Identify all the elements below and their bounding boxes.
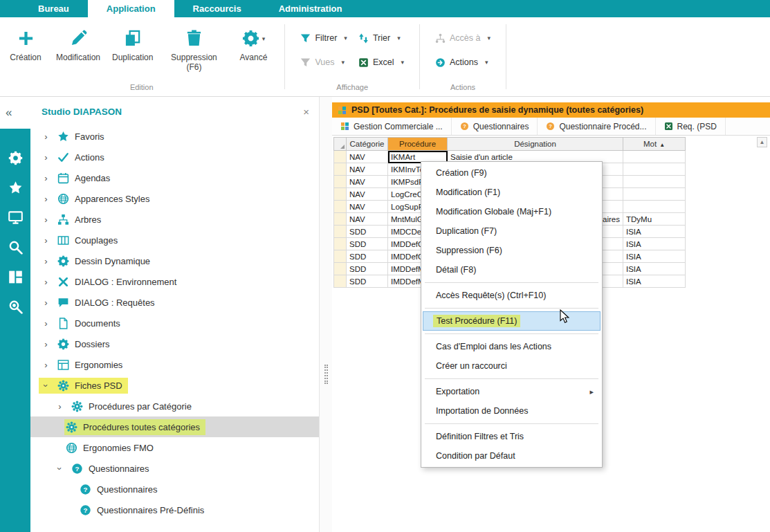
- tree-item-questionnaires-pre-definis[interactable]: Questionnaires Pré-Définis: [30, 499, 319, 520]
- chevron-right-icon[interactable]: ›: [40, 131, 52, 142]
- tree-item-fiches-psd[interactable]: ›Fiches PSD: [30, 375, 319, 396]
- button-vues[interactable]: Vues ▾: [297, 54, 349, 71]
- menu-item-creation-f9[interactable]: Création (F9): [423, 163, 601, 183]
- rail-advanced-search-button[interactable]: [6, 297, 25, 316]
- row-selector[interactable]: [334, 151, 347, 163]
- menu-item-importation-de-donnees[interactable]: Importation de Données: [423, 401, 601, 421]
- tree-item-arbres[interactable]: ›Arbres: [30, 209, 319, 230]
- splitter[interactable]: [320, 97, 332, 532]
- row-selector[interactable]: [334, 163, 347, 176]
- row-selector[interactable]: [334, 238, 347, 250]
- row-selector[interactable]: [334, 188, 347, 201]
- row-selector[interactable]: [334, 275, 347, 288]
- cell-mot[interactable]: [623, 188, 686, 201]
- menu-item-condition-par-defaut[interactable]: Condition par Défaut: [423, 446, 601, 466]
- row-selector[interactable]: [334, 263, 347, 275]
- cell-categorie[interactable]: NAV: [347, 201, 388, 213]
- button-trier[interactable]: Trier ▾: [356, 30, 407, 46]
- button-duplication[interactable]: Duplication: [112, 21, 153, 62]
- menu-item-modification-globale-maj-f1[interactable]: Modification Globale (Maj+F1): [423, 202, 601, 221]
- window-tab-req-psd[interactable]: Req. (PSD: [656, 118, 726, 135]
- cell-categorie[interactable]: NAV: [347, 188, 388, 201]
- cell-categorie[interactable]: NAV: [347, 163, 388, 176]
- cell-mot[interactable]: TDyMu: [623, 213, 686, 226]
- column-header-categorie[interactable]: Catégorie: [347, 138, 388, 151]
- rail-settings-button[interactable]: [6, 148, 25, 167]
- row-selector[interactable]: [334, 250, 347, 263]
- chevron-right-icon[interactable]: ›: [40, 339, 52, 349]
- tab-application[interactable]: Application: [88, 0, 174, 17]
- tree-item-ergonomies-fmo[interactable]: Ergonomies FMO: [30, 437, 319, 458]
- column-header-mot[interactable]: Mot▲: [623, 138, 686, 151]
- tree-item-questionnaires[interactable]: Questionnaires: [30, 479, 319, 499]
- cell-mot[interactable]: ISIA: [623, 250, 686, 263]
- button-actions[interactable]: Actions ▾: [432, 54, 493, 71]
- rail-workspace-button[interactable]: [6, 267, 25, 286]
- cell-categorie[interactable]: SDD: [347, 275, 388, 288]
- button-acces-a[interactable]: Accès à ▾: [432, 30, 493, 46]
- tree-item-favoris[interactable]: ›Favoris: [30, 126, 319, 147]
- chevron-right-icon[interactable]: ›: [40, 360, 52, 370]
- window-tab-questionnaire-proced[interactable]: Questionnaire Procéd...: [538, 118, 655, 135]
- chevron-right-icon[interactable]: ›: [40, 256, 52, 266]
- row-selector[interactable]: [334, 213, 347, 226]
- select-all-corner[interactable]: [334, 138, 347, 151]
- window-tab-gestion-commerciale[interactable]: Gestion Commerciale ...: [332, 118, 452, 135]
- button-modification[interactable]: Modification: [56, 21, 100, 62]
- chevron-right-icon[interactable]: ›: [54, 401, 66, 412]
- row-selector[interactable]: [334, 176, 347, 188]
- tree-item-actions[interactable]: ›Actions: [30, 147, 319, 167]
- chevron-down-icon[interactable]: ›: [55, 463, 65, 475]
- cell-categorie[interactable]: SDD: [347, 238, 388, 250]
- window-titlebar[interactable]: PSD [Toutes Cat.]: Procédures de saisie …: [332, 102, 770, 118]
- tree-item-dossiers[interactable]: ›Dossiers: [30, 333, 319, 354]
- tree-item-procedures-toutes-categories[interactable]: Procédures toutes catégories: [30, 416, 319, 437]
- tree-item-documents[interactable]: ›Documents: [30, 313, 319, 333]
- cell-mot[interactable]: ISIA: [623, 238, 686, 250]
- cell-categorie[interactable]: NAV: [347, 151, 388, 163]
- chevron-right-icon[interactable]: ›: [40, 235, 52, 246]
- menu-item-duplication-f7[interactable]: Duplication (F7): [423, 221, 601, 241]
- row-selector[interactable]: [334, 226, 347, 238]
- cell-mot[interactable]: ISIA: [623, 226, 686, 238]
- tree-item-ergonomies[interactable]: ›Ergonomies: [30, 354, 319, 375]
- chevron-right-icon[interactable]: ›: [40, 277, 52, 287]
- tree-item-couplages[interactable]: ›Couplages: [30, 230, 319, 250]
- tree-item-dessin-dynamique[interactable]: ›Dessin Dynamique: [30, 250, 319, 271]
- tree-item-agendas[interactable]: ›Agendas: [30, 167, 319, 188]
- cell-categorie[interactable]: SDD: [347, 263, 388, 275]
- column-header-procedure[interactable]: Procédure: [388, 138, 448, 151]
- cell-mot[interactable]: ISIA: [623, 263, 686, 275]
- cell-mot[interactable]: ISIA: [623, 275, 686, 288]
- button-creation[interactable]: Création: [7, 21, 44, 62]
- cell-mot[interactable]: [623, 151, 686, 163]
- tree-item-dialog-environnement[interactable]: ›DIALOG : Environnement: [30, 271, 319, 292]
- rail-favorites-button[interactable]: [6, 178, 25, 197]
- chevron-down-icon[interactable]: ›: [41, 380, 51, 392]
- tab-raccourcis[interactable]: Raccourcis: [174, 0, 260, 17]
- cell-mot[interactable]: [623, 201, 686, 213]
- close-icon[interactable]: ×: [300, 106, 312, 118]
- menu-item-detail-f8[interactable]: Détail (F8): [423, 260, 601, 279]
- button-suppression-f6[interactable]: Suppression (F6): [165, 21, 223, 72]
- tree-item-procedures-par-categorie[interactable]: ›Procédures par Catégorie: [30, 396, 319, 416]
- tab-bureau[interactable]: Bureau: [19, 0, 88, 17]
- tab-administration[interactable]: Administration: [260, 0, 361, 17]
- menu-item-suppression-f6[interactable]: Suppression (F6): [423, 241, 601, 260]
- rail-search-button[interactable]: [6, 237, 25, 257]
- chevron-right-icon[interactable]: ›: [40, 194, 52, 204]
- cell-categorie[interactable]: NAV: [347, 213, 388, 226]
- chevron-right-icon[interactable]: ›: [40, 173, 52, 183]
- cell-categorie[interactable]: NAV: [347, 176, 388, 188]
- chevron-right-icon[interactable]: ›: [40, 297, 52, 308]
- window-tab-questionnaires[interactable]: Questionnaires: [452, 118, 538, 135]
- chevron-right-icon[interactable]: ›: [40, 214, 52, 225]
- menu-item-definition-filtres-et-tris[interactable]: Définition Filtres et Tris: [423, 427, 601, 446]
- menu-item-test-procedure-f11[interactable]: Test Procédure (F11): [423, 311, 601, 331]
- scroll-up-button[interactable]: ▲: [757, 137, 767, 147]
- tree-item-apparences-styles[interactable]: ›Apparences Styles: [30, 188, 319, 209]
- button-excel[interactable]: Excel ▾: [356, 54, 407, 71]
- button-filtrer[interactable]: Filtrer ▾: [297, 30, 349, 46]
- rail-desktop-button[interactable]: [6, 208, 25, 227]
- row-selector[interactable]: [334, 201, 347, 213]
